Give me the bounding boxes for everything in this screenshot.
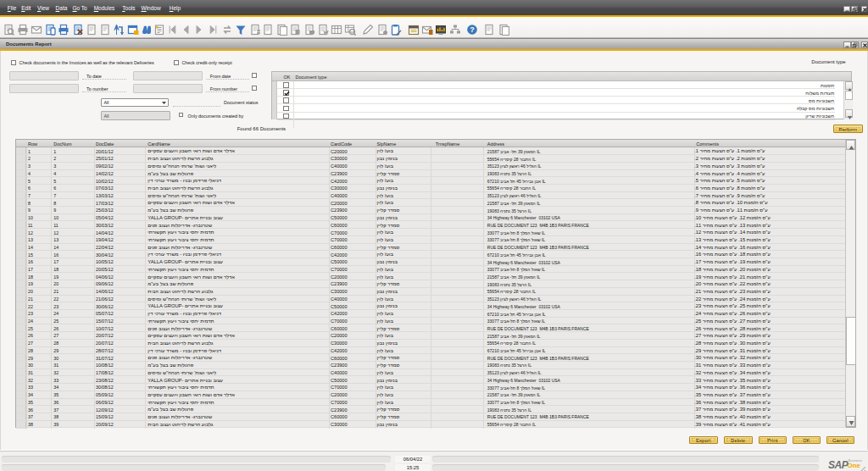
svg-text:?: ? bbox=[470, 25, 475, 34]
